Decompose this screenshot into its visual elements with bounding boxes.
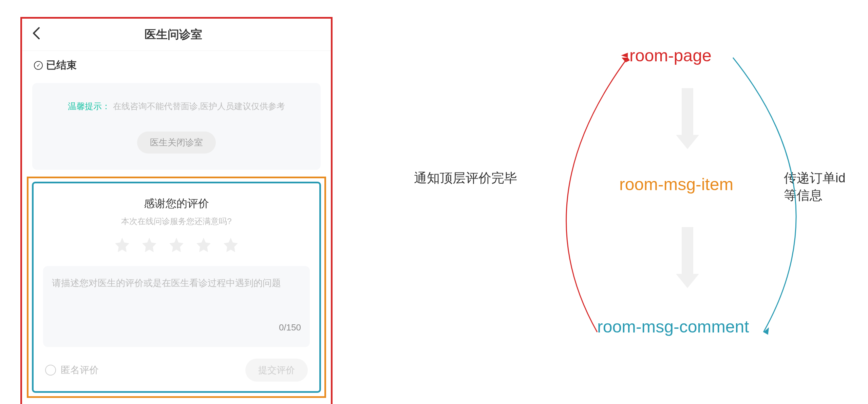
- arrow-down-icon: [679, 88, 696, 149]
- anonymous-checkbox[interactable]: 匿名评价: [45, 364, 99, 377]
- comment-title: 感谢您的评价: [43, 196, 310, 211]
- tip-label: 温馨提示：: [68, 101, 110, 112]
- rating-stars: [43, 236, 310, 253]
- check-circle-icon: ✓: [34, 61, 43, 70]
- room-msg-comment-container: 感谢您的评价 本次在线问诊服务您还满意吗?: [32, 182, 321, 393]
- tip-row: 温馨提示： 在线咨询不能代替面诊,医护人员建议仅供参考: [42, 101, 310, 112]
- component-diagram: room-page room-msg-item room-msg-comment…: [373, 25, 848, 381]
- annotation-right: 传递订单id等信息: [784, 169, 848, 204]
- curve-arrow-left: [516, 47, 641, 342]
- room-msg-item-container: 感谢您的评价 本次在线问诊服务您还满意吗?: [27, 177, 326, 398]
- tip-text: 在线咨询不能代替面诊,医护人员建议仅供参考: [113, 101, 285, 112]
- node-room-msg-item: room-msg-item: [619, 175, 733, 194]
- comment-subtitle: 本次在线问诊服务您还满意吗?: [43, 216, 310, 227]
- doctor-closed-pill: 医生关闭诊室: [137, 132, 216, 154]
- star-icon[interactable]: [114, 236, 131, 253]
- svg-marker-0: [621, 50, 630, 59]
- room-page-container: 医生问诊室 ✓ 已结束 温馨提示： 在线咨询不能代替面诊,医护人员建议仅供参考 …: [20, 17, 333, 404]
- char-count: 0/150: [52, 322, 301, 333]
- anonymous-label: 匿名评价: [61, 364, 99, 377]
- star-icon[interactable]: [168, 236, 185, 253]
- status-row: ✓ 已结束: [22, 51, 331, 80]
- star-icon[interactable]: [195, 236, 212, 253]
- phone-header: 医生问诊室: [22, 19, 331, 51]
- annotation-left: 通知顶层评价完毕: [414, 169, 517, 187]
- status-text: 已结束: [46, 58, 77, 72]
- comment-footer: 匿名评价 提交评价: [43, 359, 310, 382]
- back-icon[interactable]: [32, 27, 40, 43]
- tip-card: 温馨提示： 在线咨询不能代替面诊,医护人员建议仅供参考 医生关闭诊室: [32, 83, 321, 170]
- radio-circle-icon: [45, 365, 56, 376]
- node-room-msg-comment: room-msg-comment: [597, 317, 749, 337]
- arrow-down-icon: [679, 227, 696, 288]
- submit-button[interactable]: 提交评价: [245, 359, 308, 382]
- star-icon[interactable]: [141, 236, 158, 253]
- comment-textarea[interactable]: 请描述您对医生的评价或是在医生看诊过程中遇到的问题 0/150: [43, 266, 310, 347]
- node-room-page: room-page: [629, 46, 712, 65]
- svg-marker-1: [762, 327, 771, 336]
- star-icon[interactable]: [222, 236, 239, 253]
- textarea-placeholder: 请描述您对医生的评价或是在医生看诊过程中遇到的问题: [52, 276, 301, 306]
- page-title: 医生问诊室: [40, 27, 307, 42]
